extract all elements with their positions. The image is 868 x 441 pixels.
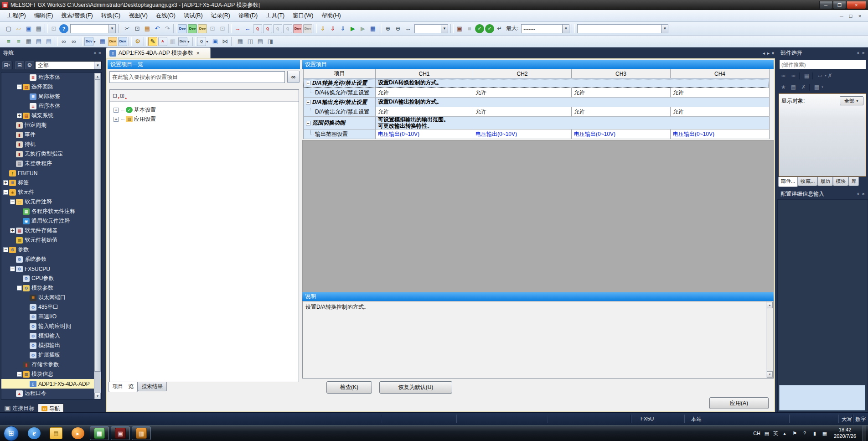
nav-tree-item[interactable]: ▮无执行类型指定: [1, 149, 101, 159]
verify-plc-icon[interactable]: ⇓: [338, 24, 347, 33]
stamp-disabled-icon[interactable]: ▥: [168, 37, 177, 46]
find-disabled-icon[interactable]: Q: [273, 24, 282, 33]
jump-back-icon[interactable]: ←: [243, 24, 252, 33]
collapse-box-icon[interactable]: −: [306, 100, 310, 104]
device-display-dd-icon[interactable]: Dev▼: [84, 37, 93, 46]
taskbar-app-red-button[interactable]: ▣: [111, 426, 130, 440]
part-delete-icon[interactable]: ✗: [826, 72, 834, 80]
tab-close-icon[interactable]: ×: [196, 50, 200, 57]
nav-tree-item[interactable]: +≣标签: [1, 178, 101, 187]
nav-tree-item[interactable]: ⚙输入响应时间: [1, 322, 101, 331]
collapse-all-tree-icon[interactable]: ≡: [14, 37, 23, 46]
element-pane-tab-3[interactable]: 履历: [817, 177, 833, 186]
collapse-box-icon[interactable]: −: [3, 247, 8, 252]
nav-tree-item[interactable]: ▮待机: [1, 140, 101, 149]
menu-item-2[interactable]: 编辑(E): [30, 10, 57, 21]
device-monitor-off-icon[interactable]: Dev: [198, 24, 207, 33]
window-cascade-icon[interactable]: ▦: [236, 37, 245, 46]
help-tray-icon[interactable]: ?: [801, 430, 808, 437]
window-select-combo[interactable]: ▼: [70, 24, 116, 33]
paste-disabled-icon[interactable]: ⊡: [208, 24, 217, 33]
monitor-start-icon[interactable]: ▶: [348, 24, 357, 33]
open-project-icon[interactable]: ▱: [14, 24, 23, 33]
value-cell-ch2[interactable]: 电压输出(0~10V): [473, 130, 572, 139]
nav-tree-item[interactable]: −◈软元件: [1, 187, 101, 197]
watch-window-icon[interactable]: ▦: [368, 24, 377, 33]
tree-filter-dropdown[interactable]: 全部▼: [35, 61, 102, 70]
restore-default-button[interactable]: 恢复为默认(U): [379, 381, 452, 394]
value-cell-ch2[interactable]: 允许: [473, 107, 572, 117]
nav-scrollbar[interactable]: ▴ ▾: [94, 73, 101, 399]
collapse-box-icon[interactable]: −: [10, 266, 15, 271]
menu-item-7[interactable]: 调试(B): [180, 10, 207, 21]
nav-tree-item[interactable]: ▮事件: [1, 130, 101, 140]
expand-items-icon[interactable]: ⊞▴: [120, 93, 124, 99]
jump-forward-icon[interactable]: →: [233, 24, 242, 33]
max-combo[interactable]: -------▼: [521, 24, 569, 33]
scroll-up-icon[interactable]: ▴: [94, 73, 101, 80]
nav-tree-item[interactable]: ◉通用软元件注释: [1, 216, 101, 226]
nav-tree-item[interactable]: ▦各程序软元件注释: [1, 207, 101, 216]
zoom-combo[interactable]: ▼: [414, 24, 448, 33]
part-place-dd-icon[interactable]: ▱▼: [816, 72, 824, 80]
close-panel-icon[interactable]: ×: [98, 50, 101, 56]
taskbar-clock[interactable]: 18:42 2020/7/26: [834, 427, 856, 440]
nav-tree-item[interactable]: ≣局部标签: [1, 92, 101, 101]
setting-item-basic[interactable]: +✓基本设置: [110, 105, 299, 114]
program-check-icon[interactable]: ⚙: [133, 37, 142, 46]
find-device-icon[interactable]: Q: [253, 24, 262, 33]
nav-tree-item[interactable]: −⚙参数: [1, 245, 101, 254]
nav-tree-item[interactable]: −▭软元件注释: [1, 197, 101, 207]
collapse-box-icon[interactable]: −: [17, 84, 22, 89]
scroll-thumb[interactable]: [94, 80, 101, 372]
chevron-down-icon[interactable]: ▼: [441, 25, 448, 33]
table-row[interactable]: −范围切换功能可设置模拟输出的输出范围。 可更改输出转换特性。: [303, 117, 770, 130]
menu-item-6[interactable]: 在线(O): [152, 10, 180, 21]
value-cell-ch2[interactable]: 允许: [473, 88, 572, 98]
device-comment-display-icon[interactable]: Dev: [178, 24, 187, 33]
check-program-icon[interactable]: ✓: [475, 24, 484, 33]
nav-tree-item[interactable]: ⚙扩展插板: [1, 350, 101, 360]
part-find-icon[interactable]: ∞: [779, 72, 788, 80]
minimize-button[interactable]: ─: [819, 1, 832, 9]
copy-icon[interactable]: ⊡: [133, 24, 142, 33]
element-pane-tab-4[interactable]: 模块: [833, 177, 848, 186]
expand-box-icon[interactable]: +: [3, 180, 8, 185]
taskbar-mediaplayer-icon[interactable]: ▸: [72, 427, 84, 439]
remove-favorite-icon[interactable]: ✗: [799, 83, 808, 91]
menu-item-1[interactable]: 工程(P): [3, 10, 30, 21]
item-list-tab-2[interactable]: 搜索结果: [138, 382, 167, 391]
taskbar-gxworks-button[interactable]: ▦: [90, 426, 109, 440]
zoom-in-icon[interactable]: ⊕: [383, 24, 393, 33]
tab-scroll-left-icon[interactable]: ◂: [763, 51, 765, 56]
expand-box-icon[interactable]: +: [114, 117, 119, 122]
nav-tree-item-selected[interactable]: ▯ADP1:FX5-4DA-ADP: [1, 379, 101, 389]
collapse-box-icon[interactable]: −: [17, 372, 22, 377]
chevron-down-icon[interactable]: ▼: [661, 25, 668, 33]
syntax-check-icon[interactable]: A: [158, 37, 167, 46]
display-filter-dd-icon[interactable]: ▦▼: [812, 83, 821, 91]
capture-icon[interactable]: ▣: [455, 24, 464, 33]
value-cell-ch3[interactable]: 允许: [572, 107, 671, 117]
nav-tree-item[interactable]: −▤选择回路: [1, 82, 101, 92]
find-disabled2-icon[interactable]: Q: [283, 24, 292, 33]
expand-box-icon[interactable]: +: [17, 113, 22, 118]
pin-icon[interactable]: ⌖: [857, 50, 859, 56]
taskbar-app-orange-button[interactable]: ▥: [132, 426, 151, 440]
expand-all-tree-icon[interactable]: ≡: [4, 37, 13, 46]
nav-tree-item[interactable]: ≣以太网端口: [1, 293, 101, 302]
value-cell-ch1[interactable]: 允许: [376, 88, 473, 98]
find-instruction-icon[interactable]: Q: [263, 24, 272, 33]
menu-item-12[interactable]: 帮助(H): [317, 10, 345, 21]
favorite-icon[interactable]: ★: [779, 83, 788, 91]
collapse-box-icon[interactable]: −: [306, 81, 310, 85]
nav-settings-icon[interactable]: ⚙: [25, 61, 34, 69]
taskbar-explorer-icon[interactable]: ▤: [50, 427, 62, 439]
module-configuration-icon[interactable]: ▦: [24, 37, 33, 46]
close-button[interactable]: ×: [847, 1, 866, 9]
nav-tree-item[interactable]: ▲远程口令: [1, 389, 101, 398]
nav-tree-item[interactable]: ⚙模拟输入: [1, 331, 101, 341]
description-scrollbar[interactable]: ▴ ▾: [766, 301, 773, 378]
menu-item-11[interactable]: 窗口(W): [289, 10, 317, 21]
nav-tree-item[interactable]: ⚙CPU参数: [1, 274, 101, 283]
